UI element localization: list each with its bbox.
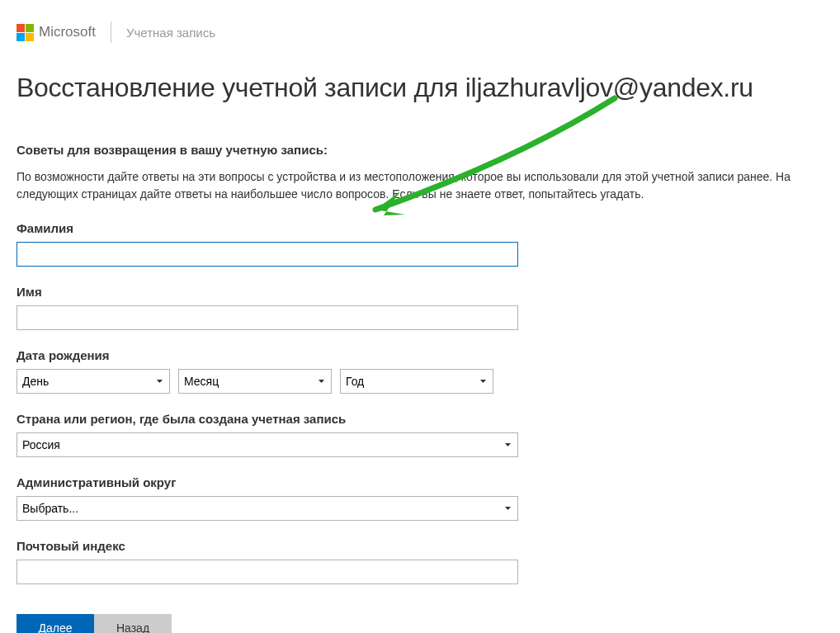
page-title-email: iljazhuravljov@yandex.ru: [465, 73, 753, 102]
tips-heading: Советы для возвращения в вашу учетную за…: [17, 143, 823, 157]
microsoft-logo-icon: [17, 24, 34, 41]
header-section-label: Учетная запись: [126, 26, 215, 40]
dob-row: День Месяц Год: [17, 369, 823, 394]
lastname-label: Фамилия: [17, 221, 823, 235]
lastname-input[interactable]: [17, 242, 518, 267]
button-row: Далее Назад: [17, 614, 823, 633]
region-select[interactable]: Выбрать...: [17, 496, 518, 521]
microsoft-logo[interactable]: Microsoft: [17, 24, 96, 41]
brand-text: Microsoft: [39, 24, 96, 40]
dob-label: Дата рождения: [17, 348, 823, 362]
postal-input[interactable]: [17, 560, 518, 584]
dob-year-select[interactable]: Год: [340, 369, 493, 394]
dob-month-select[interactable]: Месяц: [178, 369, 332, 394]
region-label: Административный округ: [17, 475, 823, 489]
header: Microsoft Учетная запись: [0, 0, 840, 53]
content: Восстановление учетной записи для iljazh…: [0, 53, 840, 633]
firstname-label: Имя: [17, 285, 823, 299]
back-button[interactable]: Назад: [94, 614, 172, 633]
country-select[interactable]: Россия: [17, 432, 518, 457]
country-label: Страна или регион, где была создана учет…: [17, 412, 823, 426]
next-button[interactable]: Далее: [17, 614, 94, 633]
firstname-input[interactable]: [17, 305, 518, 330]
page-title: Восстановление учетной записи для iljazh…: [17, 73, 823, 103]
page-title-prefix: Восстановление учетной записи для: [17, 73, 465, 102]
tips-text: По возможности дайте ответы на эти вопро…: [17, 168, 817, 203]
dob-day-select[interactable]: День: [17, 369, 170, 394]
postal-label: Почтовый индекс: [17, 539, 823, 553]
header-divider: [111, 21, 111, 43]
